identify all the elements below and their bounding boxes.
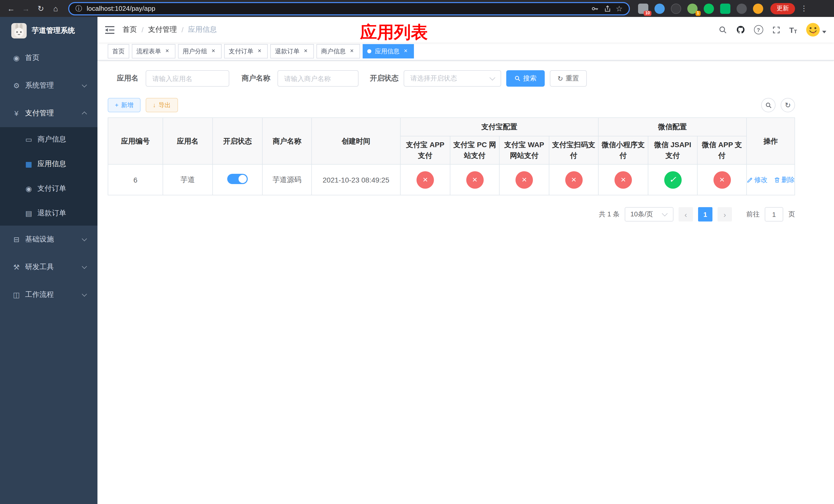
- chevron-down-icon: [82, 82, 87, 87]
- sidebar-item-label: 工作流程: [25, 290, 54, 299]
- refresh-table-button[interactable]: ↻: [781, 98, 795, 112]
- close-icon[interactable]: ×: [256, 48, 263, 55]
- col-header-name: 应用名: [163, 118, 213, 164]
- extension-green-book-icon[interactable]: [720, 3, 730, 14]
- sidebar-item-merchant-info[interactable]: ▭ 商户信息: [0, 127, 97, 152]
- merchant-name-input[interactable]: [278, 70, 358, 87]
- help-icon[interactable]: ?: [754, 25, 763, 35]
- delete-link[interactable]: 删除: [774, 175, 795, 184]
- reset-button[interactable]: ↻ 重置: [550, 70, 587, 87]
- refresh-icon: ↻: [785, 101, 791, 109]
- goto-page-input[interactable]: [765, 207, 783, 222]
- sidebar-item-label: 首页: [25, 53, 40, 63]
- export-button[interactable]: ↓ 导出: [146, 98, 178, 112]
- tab-home[interactable]: 首页: [108, 44, 129, 59]
- tab-label: 应用信息: [375, 47, 399, 55]
- extension-pin-icon[interactable]: [737, 3, 747, 14]
- status-toggle[interactable]: [227, 174, 248, 184]
- sidebar: 芋道管理系统 ◉ 首页 ⚙ 系统管理 ¥ 支付管理: [0, 17, 97, 504]
- browser-forward-icon[interactable]: →: [19, 2, 33, 15]
- chevron-down-icon: [82, 264, 87, 269]
- toggle-search-button[interactable]: [761, 98, 775, 112]
- sidebar-item-refund-order[interactable]: ▤ 退款订单: [0, 201, 97, 226]
- current-page-button[interactable]: 1: [698, 207, 712, 222]
- edit-link[interactable]: 修改: [747, 175, 768, 184]
- tab-process-form[interactable]: 流程表单 ×: [132, 44, 175, 59]
- sidebar-item-home[interactable]: ◉ 首页: [0, 44, 97, 72]
- trash-icon: [774, 177, 780, 183]
- password-key-icon[interactable]: [591, 4, 599, 13]
- extension-monkey-icon[interactable]: [753, 3, 763, 14]
- sidebar-toggle-icon[interactable]: [105, 26, 114, 33]
- app-name-input[interactable]: [146, 70, 229, 87]
- browser-update-button[interactable]: 更新: [770, 3, 795, 14]
- sidebar-item-workflow[interactable]: ◫ 工作流程: [0, 281, 97, 308]
- browser-menu-icon[interactable]: ⋮: [797, 2, 811, 15]
- fullscreen-icon[interactable]: [772, 25, 781, 34]
- user-menu[interactable]: [806, 23, 826, 37]
- status-disabled-icon: ×: [614, 171, 632, 188]
- extension-wechat-devtools-icon[interactable]: [704, 3, 714, 14]
- tab-user-group[interactable]: 用户分组 ×: [178, 44, 222, 59]
- tab-app-info[interactable]: 应用信息 ×: [363, 44, 414, 59]
- site-info-icon[interactable]: ⓘ: [75, 4, 82, 13]
- search-button[interactable]: 搜索: [506, 70, 545, 87]
- navbar-actions: ? TT: [718, 23, 826, 37]
- browser-back-icon[interactable]: ←: [4, 2, 18, 15]
- close-icon[interactable]: ×: [348, 48, 355, 55]
- tab-merchant-info[interactable]: 商户信息 ×: [316, 44, 360, 59]
- cell-id: 6: [108, 164, 163, 195]
- bookmark-star-icon[interactable]: ☆: [616, 4, 623, 13]
- tab-label: 用户分组: [182, 47, 207, 55]
- browser-reload-icon[interactable]: ↻: [34, 2, 48, 15]
- extension-avatar-icon[interactable]: 1: [687, 3, 698, 14]
- pencil-icon: [747, 177, 753, 183]
- sidebar-item-infrastructure[interactable]: ⊟ 基础设施: [0, 226, 97, 253]
- main-area: 首页 / 支付管理 / 应用信息 ?: [97, 17, 834, 504]
- search-icon: [765, 102, 772, 109]
- breadcrumb-home[interactable]: 首页: [123, 25, 137, 35]
- tab-refund-order[interactable]: 退款订单 ×: [270, 44, 314, 59]
- extension-puzzle-icon[interactable]: 10: [638, 3, 648, 14]
- next-page-button[interactable]: ›: [718, 207, 732, 222]
- add-button[interactable]: + 新增: [108, 98, 140, 112]
- extensions-toolbar: 10 1: [638, 3, 763, 14]
- breadcrumb-current: 应用信息: [188, 25, 217, 35]
- close-icon[interactable]: ×: [402, 48, 409, 55]
- search-icon[interactable]: [718, 25, 727, 34]
- sidebar-item-payment-order[interactable]: ◉ 支付订单: [0, 176, 97, 201]
- close-icon[interactable]: ×: [163, 48, 171, 55]
- prev-page-button[interactable]: ‹: [679, 207, 693, 222]
- plus-icon: +: [115, 101, 118, 109]
- cell-name: 芋道: [163, 164, 213, 195]
- delete-link-label: 删除: [782, 175, 795, 184]
- annotation-title: 应用列表: [360, 21, 428, 44]
- extension-blue-icon[interactable]: [655, 3, 665, 14]
- yen-icon: ¥: [12, 109, 21, 117]
- sidebar-item-app-info[interactable]: ▦ 应用信息: [0, 152, 97, 176]
- share-icon[interactable]: [603, 4, 611, 13]
- group-header-wechat: 微信配置: [598, 118, 747, 136]
- sidebar-item-system[interactable]: ⚙ 系统管理: [0, 72, 97, 99]
- card-icon: ▭: [25, 135, 33, 143]
- app-logo: [11, 23, 27, 38]
- order-icon: ◉: [25, 185, 33, 193]
- font-size-icon[interactable]: TT: [789, 25, 797, 34]
- status-select[interactable]: 请选择开启状态: [404, 70, 501, 87]
- close-icon[interactable]: ×: [302, 48, 309, 55]
- sidebar-item-payment[interactable]: ¥ 支付管理: [0, 99, 97, 127]
- address-bar[interactable]: ⓘ localhost:1024/pay/app ☆: [68, 2, 630, 15]
- page-size-select[interactable]: 10条/页: [625, 207, 674, 222]
- browser-home-icon[interactable]: ⌂: [49, 2, 63, 15]
- close-icon[interactable]: ×: [210, 48, 217, 55]
- breadcrumb-payment[interactable]: 支付管理: [148, 25, 177, 35]
- github-icon[interactable]: [736, 25, 745, 35]
- chevron-down-icon: [662, 210, 668, 216]
- content-area: 应用名 商户名称 开启状态 请选择开启状态 搜索 ↻ 重置: [97, 61, 834, 222]
- extension-dark-icon[interactable]: [671, 3, 681, 14]
- tab-label: 商户信息: [321, 47, 346, 55]
- tab-payment-order[interactable]: 支付订单 ×: [224, 44, 268, 59]
- download-icon: ↓: [153, 101, 156, 109]
- sidebar-item-dev-tools[interactable]: ⚒ 研发工具: [0, 253, 97, 281]
- tab-label: 首页: [112, 47, 125, 55]
